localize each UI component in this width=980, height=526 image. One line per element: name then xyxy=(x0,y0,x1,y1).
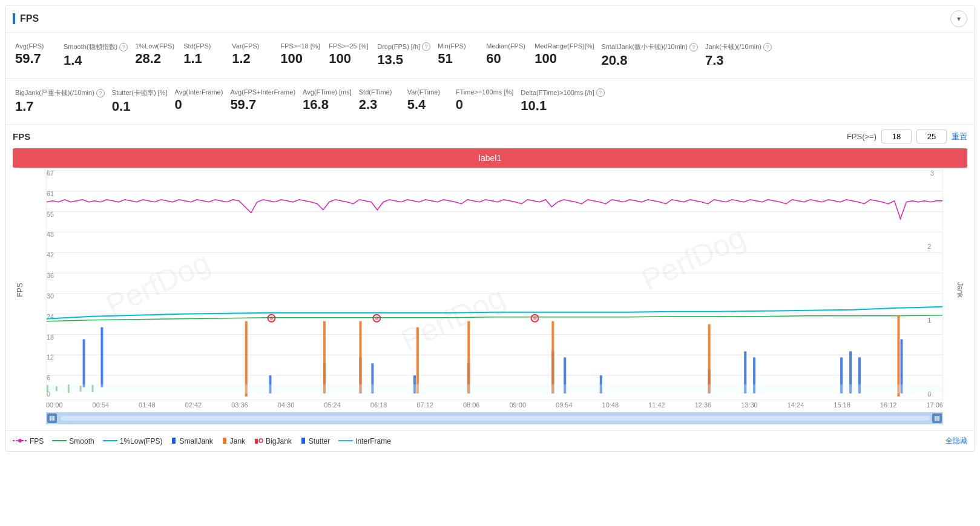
scrollbar-track[interactable] xyxy=(61,416,930,421)
chart-legend: FPS Smooth 1%Low(FPS) SmallJank Jank Big… xyxy=(5,430,975,451)
legend-item-interframe-legend[interactable]: InterFrame xyxy=(338,437,391,445)
help-icon-smalljank[interactable]: ? xyxy=(689,43,698,51)
stat-value-avg-fps-interframe: 59.7 xyxy=(230,97,256,113)
reset-button[interactable]: 重置 xyxy=(952,131,967,142)
stat-label-fps25: FPS>=25 [%] xyxy=(329,42,368,50)
svg-rect-53 xyxy=(551,321,554,393)
svg-point-75 xyxy=(18,439,22,442)
x-tick: 04:30 xyxy=(278,401,295,409)
stat-value-min-fps: 51 xyxy=(438,51,452,67)
x-tick: 00:00 xyxy=(46,401,63,409)
stat-label-fps18: FPS>=18 [%] xyxy=(280,42,320,50)
legend-icon-smalljank-legend xyxy=(171,437,177,445)
legend-item-stutter-legend[interactable]: Stutter xyxy=(300,437,330,445)
stat-delta-ftime: Delta(FTime)>100ms [/h] ? 10.1 xyxy=(521,85,612,118)
panel-header: FPS ▾ xyxy=(5,5,975,33)
svg-text:3: 3 xyxy=(930,171,934,177)
svg-text:48: 48 xyxy=(47,231,54,238)
legend-label-low1pct-legend: 1%Low(FPS) xyxy=(120,437,163,445)
stat-label-jank: Jank(卡顿)(/10min) ? xyxy=(705,42,772,51)
svg-text:30: 30 xyxy=(47,292,54,300)
stat-label-smalljank: SmallJank(微小卡顿)(/10min) ? xyxy=(602,42,698,51)
help-icon-smooth[interactable]: ? xyxy=(119,43,128,51)
stat-medrange: MedRange(FPS)[%] 100 xyxy=(534,39,601,72)
stat-label-median-fps: Median(FPS) xyxy=(486,42,525,50)
legend-item-smalljank-legend[interactable]: SmallJank xyxy=(171,437,212,445)
x-axis: 00:0000:5401:4802:4203:3604:3005:2406:18… xyxy=(46,400,943,410)
svg-text:36: 36 xyxy=(47,272,54,279)
stat-label-drop-fps: Drop(FPS) [/h] ? xyxy=(377,42,430,51)
label-bar: label1 xyxy=(13,148,967,168)
svg-point-59 xyxy=(375,317,378,320)
stat-value-ftime100: 0 xyxy=(456,97,463,113)
help-icon-bigjank[interactable]: ? xyxy=(96,89,105,97)
chart-scrollbar[interactable] xyxy=(46,412,943,424)
x-tick: 00:54 xyxy=(93,401,110,409)
stat-ftime100: FTime>=100ms [%] 0 xyxy=(456,85,521,118)
stat-label-var-ftime: Var(FTime) xyxy=(407,88,440,96)
svg-text:2: 2 xyxy=(927,243,931,250)
x-tick: 01:48 xyxy=(139,401,156,409)
x-tick: 09:00 xyxy=(509,401,526,409)
help-icon-drop-fps[interactable]: ? xyxy=(422,42,430,51)
x-tick: 08:06 xyxy=(463,401,480,409)
stat-std-ftime: Std(FTime) 2.3 xyxy=(359,85,407,118)
svg-text:6: 6 xyxy=(47,374,50,381)
fps18-input[interactable] xyxy=(881,130,912,143)
stat-value-smalljank: 20.8 xyxy=(602,53,628,68)
svg-text:61: 61 xyxy=(47,190,54,197)
chart-area[interactable]: 67 61 55 48 42 36 30 24 18 12 6 0 3 2 1 xyxy=(46,170,943,400)
svg-rect-63 xyxy=(47,385,48,392)
stat-stutter: Stutter(卡顿率) [%] 0.1 xyxy=(112,85,175,118)
stat-value-std-ftime: 2.3 xyxy=(359,97,378,113)
legend-item-smooth-legend[interactable]: Smooth xyxy=(52,437,94,445)
x-tick: 06:18 xyxy=(370,401,387,409)
legend-icon-stutter-legend xyxy=(300,437,306,445)
collapse-button[interactable]: ▾ xyxy=(950,10,967,27)
stats-row-1: Avg(FPS) 59.7 Smooth(稳帧指数) ? 1.4 1%Low(F… xyxy=(5,33,975,79)
svg-rect-66 xyxy=(80,386,82,392)
stat-value-bigjank: 1.7 xyxy=(15,99,34,114)
svg-rect-79 xyxy=(223,438,226,444)
svg-text:12: 12 xyxy=(47,353,54,361)
stat-avg-fps-interframe: Avg(FPS+InterFrame) 59.7 xyxy=(230,85,303,118)
stat-label-delta-ftime: Delta(FTime)>100ms [/h] ? xyxy=(521,88,605,97)
svg-rect-82 xyxy=(301,438,305,444)
stat-var-ftime: Var(FTime) 5.4 xyxy=(407,85,456,118)
x-tick: 16:12 xyxy=(880,401,897,409)
stat-label-std-fps: Std(FPS) xyxy=(183,42,211,50)
svg-rect-80 xyxy=(255,439,258,444)
legend-label-stutter-legend: Stutter xyxy=(309,437,330,445)
stat-label-bigjank: BigJank(严重卡顿)(/10min) ? xyxy=(15,88,105,97)
stat-smalljank: SmallJank(微小卡顿)(/10min) ? 20.8 xyxy=(602,39,705,72)
chart-section-title: FPS xyxy=(13,131,30,142)
stat-label-ftime100: FTime>=100ms [%] xyxy=(456,88,514,96)
stat-value-var-fps: 1.2 xyxy=(232,51,251,67)
fps25-input[interactable] xyxy=(916,130,947,143)
stat-avg-ftime: Avg(FTime) [ms] 16.8 xyxy=(303,85,359,118)
help-icon-delta-ftime[interactable]: ? xyxy=(596,88,605,97)
legend-icon-low1pct-legend xyxy=(103,437,117,445)
legend-label-fps-legend: FPS xyxy=(30,437,44,445)
stat-value-fps18: 100 xyxy=(280,51,303,67)
scrollbar-right-thumb[interactable] xyxy=(932,413,942,423)
x-tick: 17:06 xyxy=(926,401,943,409)
hide-all-button[interactable]: 全隐藏 xyxy=(945,436,967,446)
help-icon-jank[interactable]: ? xyxy=(763,43,772,51)
legend-item-jank-legend[interactable]: Jank xyxy=(222,437,245,445)
x-tick: 13:30 xyxy=(741,401,758,409)
x-tick: 15:18 xyxy=(834,401,850,409)
x-tick: 14:24 xyxy=(788,401,804,409)
legend-icon-smooth-legend xyxy=(52,437,67,445)
stat-value-std-fps: 1.1 xyxy=(183,51,202,67)
legend-item-low1pct-legend[interactable]: 1%Low(FPS) xyxy=(103,437,163,445)
stat-avg-interframe: Avg(InterFrame) 0 xyxy=(175,85,231,118)
scrollbar-left-thumb[interactable] xyxy=(47,413,57,423)
legend-label-smooth-legend: Smooth xyxy=(69,437,94,445)
legend-item-fps-legend[interactable]: FPS xyxy=(13,437,44,445)
stat-value-stutter: 0.1 xyxy=(112,99,131,114)
legend-item-bigjank-legend[interactable]: BigJank xyxy=(254,437,292,445)
stat-value-avg-ftime: 16.8 xyxy=(303,97,329,113)
legend-icon-bigjank-legend xyxy=(254,437,263,445)
legend-icon-jank-legend xyxy=(222,437,228,445)
